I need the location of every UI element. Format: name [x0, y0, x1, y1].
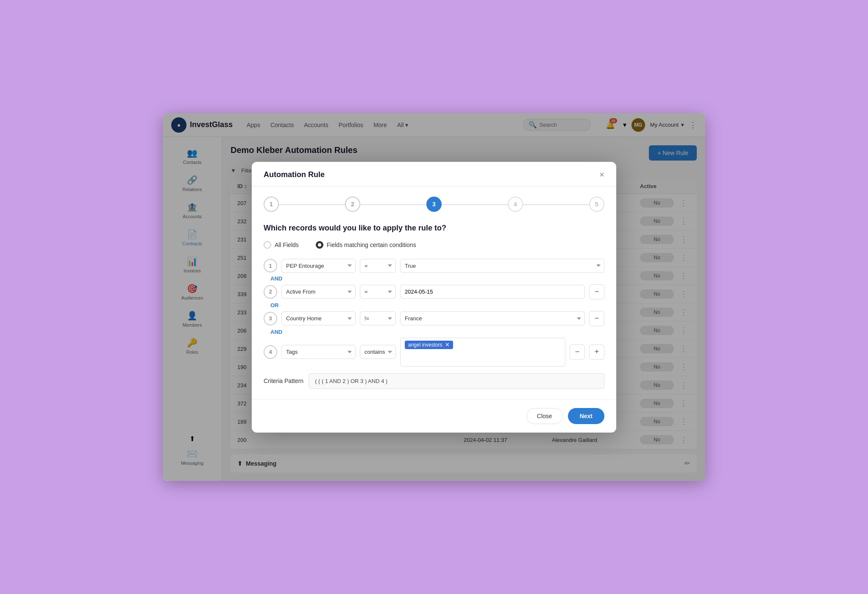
radio-circle-all-fields[interactable] [264, 241, 271, 249]
condition-row-1: 1 PEP Entourage = True False [264, 259, 604, 273]
condition-value-input-2[interactable] [400, 285, 585, 299]
condition-op-select-4[interactable]: contains [360, 345, 396, 359]
radio-label-matching: Fields matching certain conditions [327, 241, 416, 248]
condition-number-1: 1 [264, 259, 277, 272]
automation-rule-modal: Automation Rule × 1 2 3 4 5 Which record… [252, 162, 616, 433]
step-2[interactable]: 2 [345, 197, 360, 212]
condition-number-4: 4 [264, 345, 277, 359]
tag-chip-angel-investors: angel investors ✕ [405, 341, 453, 349]
modal-overlay: Automation Rule × 1 2 3 4 5 Which record… [163, 113, 705, 481]
conditions-container: 1 PEP Entourage = True False [264, 259, 604, 366]
condition-remove-button-3[interactable]: − [589, 311, 604, 326]
condition-value-select-1[interactable]: True False [400, 259, 604, 273]
step-1[interactable]: 1 [264, 197, 279, 212]
modal-title: Automation Rule [264, 170, 325, 179]
criteria-row: Criteria Pattern [264, 373, 604, 389]
radio-group: All Fields Fields matching certain condi… [264, 241, 604, 249]
tag-text: angel investors [408, 342, 442, 348]
modal-question: Which records would you like to apply th… [264, 224, 604, 233]
condition-field-select-1[interactable]: PEP Entourage [281, 259, 356, 273]
condition-row-4: 4 Tags contains angel investors ✕ [264, 338, 604, 366]
step-5[interactable]: 5 [589, 197, 604, 212]
condition-number-3: 3 [264, 312, 277, 325]
condition-remove-button-2[interactable]: − [589, 284, 604, 300]
condition-value-select-3[interactable]: France Germany UK Switzerland [400, 311, 585, 325]
step-3[interactable]: 3 [426, 197, 442, 212]
condition-connector-3: AND [264, 326, 604, 338]
criteria-pattern-input[interactable] [309, 373, 604, 389]
condition-field-select-2[interactable]: Active From [281, 285, 356, 299]
condition-field-select-4[interactable]: Tags [281, 345, 356, 359]
modal-footer: Close Next [252, 399, 616, 433]
condition-connector-1: AND [264, 273, 604, 284]
next-button[interactable]: Next [568, 408, 604, 424]
condition-row-2: 2 Active From = − [264, 284, 604, 300]
condition-op-select-2[interactable]: = [360, 285, 396, 299]
condition-op-select-1[interactable]: = [360, 259, 396, 273]
radio-all-fields[interactable]: All Fields [264, 241, 299, 249]
step-4[interactable]: 4 [508, 197, 523, 212]
condition-add-button-4[interactable]: + [589, 344, 604, 360]
modal-body: 1 2 3 4 5 Which records would you like t… [252, 186, 616, 399]
criteria-label: Criteria Pattern [264, 377, 303, 384]
app-window: ● InvestGlass Apps Contacts Accounts Por… [163, 113, 705, 481]
modal-close-button[interactable]: × [599, 170, 604, 179]
close-button[interactable]: Close [526, 408, 563, 424]
app-body: 👥 Contacts 🔗 Relations 🏦 Accounts 📄 Cont… [163, 137, 705, 481]
modal-header: Automation Rule × [252, 162, 616, 186]
condition-row-3: 3 Country Home != France Germany UK [264, 311, 604, 326]
radio-circle-matching[interactable] [316, 241, 323, 249]
tag-remove-button[interactable]: ✕ [445, 342, 450, 347]
condition-field-select-3[interactable]: Country Home [281, 311, 356, 325]
step-progress: 1 2 3 4 5 [264, 197, 604, 212]
radio-matching-conditions[interactable]: Fields matching certain conditions [316, 241, 416, 249]
condition-connector-2: OR [264, 300, 604, 311]
condition-number-2: 2 [264, 285, 277, 299]
radio-label-all-fields: All Fields [275, 241, 299, 248]
condition-remove-button-4[interactable]: − [570, 344, 585, 360]
condition-tag-input-4[interactable]: angel investors ✕ [400, 338, 565, 366]
condition-op-select-3[interactable]: != [360, 311, 396, 325]
